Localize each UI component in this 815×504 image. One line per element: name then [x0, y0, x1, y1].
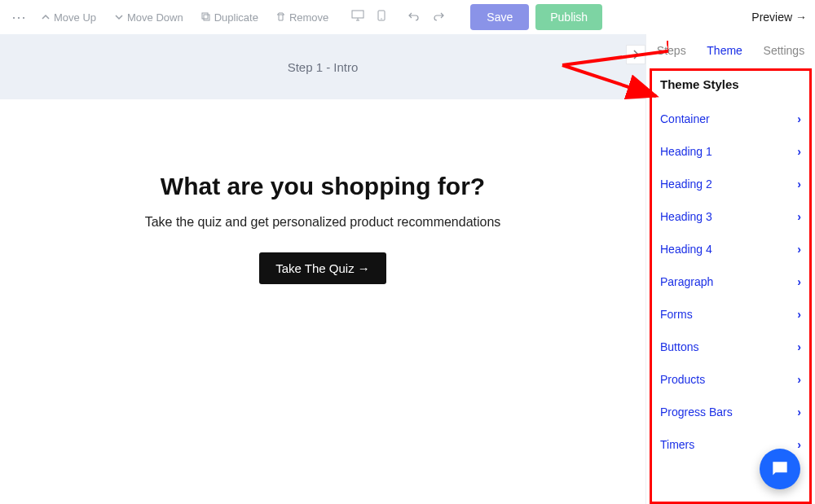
undo-icon[interactable]: [405, 7, 423, 28]
collapse-sidebar-button[interactable]: [626, 45, 645, 64]
publish-button[interactable]: Publish: [535, 4, 602, 30]
move-down-label: Move Down: [127, 11, 183, 24]
chevron-right-icon: ›: [797, 112, 801, 125]
move-up-button[interactable]: Move Up: [33, 7, 104, 28]
duplicate-label: Duplicate: [214, 11, 258, 24]
chevron-right-icon: ›: [797, 177, 801, 191]
chevron-right-icon: ›: [797, 145, 801, 158]
tab-theme[interactable]: Theme: [702, 44, 747, 57]
style-item-products[interactable]: Products›: [660, 363, 801, 396]
workspace: Step 1 - Intro What are you shopping for…: [0, 34, 815, 504]
style-item-label: Buttons: [660, 340, 698, 353]
svg-rect-2: [352, 11, 363, 18]
move-down-button[interactable]: Move Down: [106, 7, 192, 28]
chevron-right-icon: ›: [797, 405, 801, 419]
chevron-right-icon: ›: [797, 438, 801, 451]
save-button[interactable]: Save: [470, 4, 529, 30]
style-item-label: Paragraph: [660, 275, 713, 288]
style-item-forms[interactable]: Forms›: [660, 298, 801, 331]
style-item-label: Heading 1: [660, 145, 712, 158]
action-buttons: Save Publish: [470, 4, 602, 30]
style-item-progressbars[interactable]: Progress Bars›: [660, 396, 801, 428]
chevron-right-icon: ›: [797, 210, 801, 223]
style-item-container[interactable]: Container›: [660, 103, 801, 135]
style-item-label: Progress Bars: [660, 405, 733, 419]
style-item-heading4[interactable]: Heading 4›: [660, 233, 801, 265]
style-item-heading2[interactable]: Heading 2›: [660, 168, 801, 200]
style-item-label: Products: [660, 373, 705, 386]
tab-settings[interactable]: Settings: [759, 44, 810, 57]
svg-rect-1: [202, 13, 208, 19]
chevron-right-icon: ›: [797, 373, 801, 386]
chevron-right-icon: ›: [797, 275, 801, 288]
style-item-label: Timers: [660, 438, 694, 451]
take-quiz-button[interactable]: Take The Quiz →: [259, 252, 386, 284]
quiz-subline[interactable]: Take the quiz and get personalized produ…: [0, 215, 645, 230]
svg-rect-0: [204, 15, 209, 20]
style-item-paragraph[interactable]: Paragraph›: [660, 265, 801, 298]
step-title: Step 1 - Intro: [288, 60, 359, 74]
toolbar-left-group: Move Up Move Down Duplicate Remove: [33, 7, 337, 28]
chevron-up-icon: [41, 12, 51, 22]
style-item-heading1[interactable]: Heading 1›: [660, 135, 801, 168]
tab-steps[interactable]: Steps: [652, 44, 691, 57]
chevron-down-icon: [114, 12, 124, 22]
duplicate-button[interactable]: Duplicate: [193, 7, 267, 28]
desktop-icon[interactable]: [348, 7, 368, 28]
remove-button[interactable]: Remove: [268, 7, 337, 28]
svg-point-4: [381, 18, 382, 19]
style-item-buttons[interactable]: Buttons›: [660, 331, 801, 363]
chat-widget-button[interactable]: [760, 449, 800, 489]
redo-icon[interactable]: [430, 7, 447, 28]
device-switcher: [348, 7, 389, 28]
chevron-right-icon: ›: [797, 340, 801, 353]
style-item-label: Heading 2: [660, 177, 712, 191]
style-item-label: Container: [660, 112, 710, 125]
toolbar: ⋯ Move Up Move Down Duplicate Remove Sav…: [0, 0, 815, 34]
theme-styles-panel: Theme Styles Container› Heading 1› Headi…: [650, 68, 812, 504]
chevron-right-icon: ›: [797, 308, 801, 321]
step-header[interactable]: Step 1 - Intro: [0, 34, 645, 99]
undo-redo-group: [405, 7, 447, 28]
right-sidebar: Steps Theme Settings Theme Styles Contai…: [645, 34, 815, 504]
move-up-label: Move Up: [54, 11, 96, 24]
canvas-content: What are you shopping for? Take the quiz…: [0, 99, 645, 284]
chevron-right-icon: ›: [797, 243, 801, 256]
remove-label: Remove: [289, 11, 328, 24]
more-menu-icon[interactable]: ⋯: [8, 8, 29, 26]
sidebar-tabs: Steps Theme Settings: [646, 34, 815, 67]
chat-icon: [769, 458, 791, 480]
copy-icon: [201, 12, 211, 22]
trash-icon: [276, 12, 286, 22]
canvas-area: Step 1 - Intro What are you shopping for…: [0, 34, 645, 504]
style-item-label: Heading 3: [660, 210, 712, 223]
mobile-icon[interactable]: [374, 7, 389, 28]
quiz-headline[interactable]: What are you shopping for?: [0, 173, 645, 200]
preview-link[interactable]: Preview →: [751, 11, 807, 24]
style-item-label: Forms: [660, 308, 693, 321]
style-item-label: Heading 4: [660, 243, 712, 256]
panel-title: Theme Styles: [660, 77, 801, 91]
style-item-heading3[interactable]: Heading 3›: [660, 200, 801, 233]
